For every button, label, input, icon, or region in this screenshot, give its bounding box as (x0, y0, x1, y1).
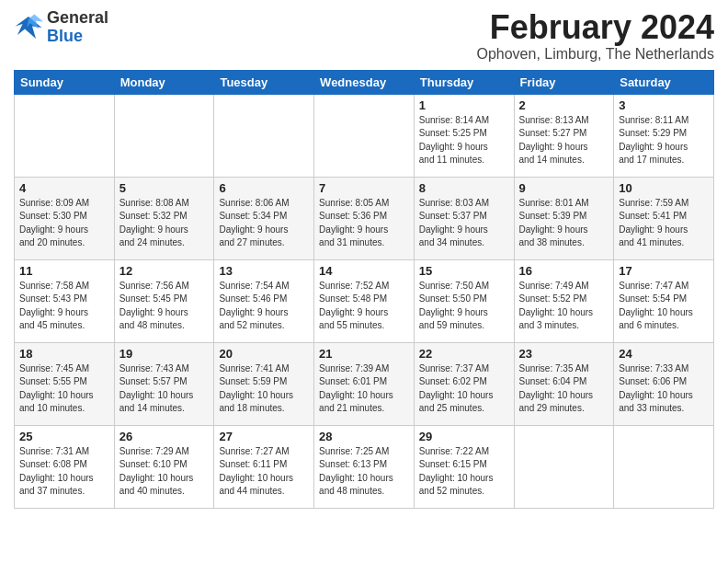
day-info: Sunrise: 7:43 AMSunset: 5:57 PMDaylight:… (119, 362, 210, 416)
column-header-saturday: Saturday (614, 70, 714, 94)
day-number: 11 (19, 264, 109, 278)
day-number: 25 (19, 430, 109, 443)
calendar-cell: 2Sunrise: 8:13 AMSunset: 5:27 PMDaylight… (514, 94, 614, 177)
day-number: 17 (619, 264, 709, 278)
calendar-cell: 4Sunrise: 8:09 AMSunset: 5:30 PMDaylight… (15, 177, 115, 259)
day-info: Sunrise: 8:09 AMSunset: 5:30 PMDaylight:… (19, 197, 109, 250)
calendar-cell: 6Sunrise: 8:06 AMSunset: 5:34 PMDaylight… (214, 177, 314, 259)
calendar-table: SundayMondayTuesdayWednesdayThursdayFrid… (14, 70, 714, 509)
calendar-cell: 29Sunrise: 7:22 AMSunset: 6:15 PMDayligh… (414, 425, 514, 508)
calendar-cell (15, 94, 115, 177)
page-header: General Blue February 2024 Ophoven, Limb… (14, 9, 714, 63)
day-info: Sunrise: 8:01 AMSunset: 5:39 PMDaylight:… (519, 197, 609, 250)
day-number: 28 (319, 430, 409, 443)
day-number: 9 (519, 181, 609, 195)
day-info: Sunrise: 7:54 AMSunset: 5:46 PMDaylight:… (219, 280, 309, 333)
column-header-thursday: Thursday (414, 70, 514, 94)
logo-icon (14, 13, 43, 42)
calendar-cell: 5Sunrise: 8:08 AMSunset: 5:32 PMDaylight… (114, 177, 214, 259)
calendar-cell (214, 94, 314, 177)
day-number: 15 (419, 264, 509, 278)
day-info: Sunrise: 7:52 AMSunset: 5:48 PMDaylight:… (319, 280, 409, 333)
day-info: Sunrise: 7:33 AMSunset: 6:06 PMDaylight:… (619, 362, 709, 416)
day-info: Sunrise: 8:03 AMSunset: 5:37 PMDaylight:… (419, 197, 509, 250)
calendar-cell: 9Sunrise: 8:01 AMSunset: 5:39 PMDaylight… (514, 177, 614, 259)
calendar-cell: 18Sunrise: 7:45 AMSunset: 5:55 PMDayligh… (15, 342, 115, 425)
day-number: 10 (619, 181, 709, 195)
day-number: 22 (419, 347, 509, 361)
calendar-cell: 20Sunrise: 7:41 AMSunset: 5:59 PMDayligh… (214, 342, 314, 425)
day-number: 1 (419, 98, 509, 112)
calendar-cell (114, 94, 214, 177)
logo-text: General Blue (47, 9, 108, 46)
day-info: Sunrise: 7:27 AMSunset: 6:11 PMDaylight:… (219, 445, 309, 499)
day-info: Sunrise: 7:29 AMSunset: 6:10 PMDaylight:… (119, 445, 210, 499)
day-info: Sunrise: 8:06 AMSunset: 5:34 PMDaylight:… (219, 197, 309, 250)
day-number: 24 (619, 347, 709, 361)
calendar-cell (514, 425, 614, 508)
calendar-week-row: 4Sunrise: 8:09 AMSunset: 5:30 PMDaylight… (15, 177, 714, 259)
day-info: Sunrise: 7:31 AMSunset: 6:08 PMDaylight:… (19, 445, 109, 499)
column-header-wednesday: Wednesday (314, 70, 415, 94)
calendar-cell: 19Sunrise: 7:43 AMSunset: 5:57 PMDayligh… (114, 342, 214, 425)
calendar-cell: 10Sunrise: 7:59 AMSunset: 5:41 PMDayligh… (614, 177, 714, 259)
day-number: 13 (219, 264, 309, 278)
calendar-cell (614, 425, 714, 508)
day-info: Sunrise: 7:50 AMSunset: 5:50 PMDaylight:… (419, 280, 509, 333)
title-block: February 2024 Ophoven, Limburg, The Neth… (476, 9, 714, 63)
calendar-cell: 15Sunrise: 7:50 AMSunset: 5:50 PMDayligh… (414, 259, 514, 342)
calendar-cell: 8Sunrise: 8:03 AMSunset: 5:37 PMDaylight… (414, 177, 514, 259)
calendar-cell: 28Sunrise: 7:25 AMSunset: 6:13 PMDayligh… (314, 425, 415, 508)
day-number: 3 (619, 98, 709, 112)
day-info: Sunrise: 7:47 AMSunset: 5:54 PMDaylight:… (619, 280, 709, 333)
day-info: Sunrise: 7:41 AMSunset: 5:59 PMDaylight:… (219, 362, 309, 416)
day-number: 23 (519, 347, 609, 361)
day-number: 16 (519, 264, 609, 278)
day-info: Sunrise: 7:39 AMSunset: 6:01 PMDaylight:… (319, 362, 409, 416)
day-number: 12 (119, 264, 210, 278)
logo-general: General (47, 9, 108, 28)
day-info: Sunrise: 8:13 AMSunset: 5:27 PMDaylight:… (519, 114, 609, 167)
day-info: Sunrise: 7:49 AMSunset: 5:52 PMDaylight:… (519, 280, 609, 333)
day-number: 20 (219, 347, 309, 361)
calendar-cell: 22Sunrise: 7:37 AMSunset: 6:02 PMDayligh… (414, 342, 514, 425)
day-info: Sunrise: 7:59 AMSunset: 5:41 PMDaylight:… (619, 197, 709, 250)
day-info: Sunrise: 7:37 AMSunset: 6:02 PMDaylight:… (419, 362, 509, 416)
calendar-cell: 26Sunrise: 7:29 AMSunset: 6:10 PMDayligh… (114, 425, 214, 508)
calendar-cell: 12Sunrise: 7:56 AMSunset: 5:45 PMDayligh… (114, 259, 214, 342)
calendar-cell: 25Sunrise: 7:31 AMSunset: 6:08 PMDayligh… (15, 425, 115, 508)
calendar-cell: 14Sunrise: 7:52 AMSunset: 5:48 PMDayligh… (314, 259, 415, 342)
calendar-cell: 11Sunrise: 7:58 AMSunset: 5:43 PMDayligh… (15, 259, 115, 342)
day-number: 8 (419, 181, 509, 195)
column-header-tuesday: Tuesday (214, 70, 314, 94)
column-header-friday: Friday (514, 70, 614, 94)
day-number: 27 (219, 430, 309, 443)
day-info: Sunrise: 7:56 AMSunset: 5:45 PMDaylight:… (119, 280, 210, 333)
day-number: 14 (319, 264, 409, 278)
day-info: Sunrise: 7:58 AMSunset: 5:43 PMDaylight:… (19, 280, 109, 333)
day-number: 18 (19, 347, 109, 361)
calendar-cell: 16Sunrise: 7:49 AMSunset: 5:52 PMDayligh… (514, 259, 614, 342)
logo: General Blue (14, 9, 108, 46)
calendar-cell: 3Sunrise: 8:11 AMSunset: 5:29 PMDaylight… (614, 94, 714, 177)
day-number: 21 (319, 347, 409, 361)
day-number: 2 (519, 98, 609, 112)
column-header-monday: Monday (114, 70, 214, 94)
calendar-header-row: SundayMondayTuesdayWednesdayThursdayFrid… (15, 70, 714, 94)
month-year-title: February 2024 (476, 9, 714, 46)
location-subtitle: Ophoven, Limburg, The Netherlands (476, 46, 714, 63)
day-number: 5 (119, 181, 210, 195)
day-number: 29 (419, 430, 509, 443)
calendar-week-row: 11Sunrise: 7:58 AMSunset: 5:43 PMDayligh… (15, 259, 714, 342)
day-info: Sunrise: 8:14 AMSunset: 5:25 PMDaylight:… (419, 114, 509, 167)
day-number: 7 (319, 181, 409, 195)
day-info: Sunrise: 7:35 AMSunset: 6:04 PMDaylight:… (519, 362, 609, 416)
day-info: Sunrise: 7:22 AMSunset: 6:15 PMDaylight:… (419, 445, 509, 499)
calendar-cell (314, 94, 415, 177)
day-number: 19 (119, 347, 210, 361)
calendar-week-row: 1Sunrise: 8:14 AMSunset: 5:25 PMDaylight… (15, 94, 714, 177)
day-info: Sunrise: 7:45 AMSunset: 5:55 PMDaylight:… (19, 362, 109, 416)
day-number: 26 (119, 430, 210, 443)
column-header-sunday: Sunday (15, 70, 115, 94)
day-info: Sunrise: 8:05 AMSunset: 5:36 PMDaylight:… (319, 197, 409, 250)
